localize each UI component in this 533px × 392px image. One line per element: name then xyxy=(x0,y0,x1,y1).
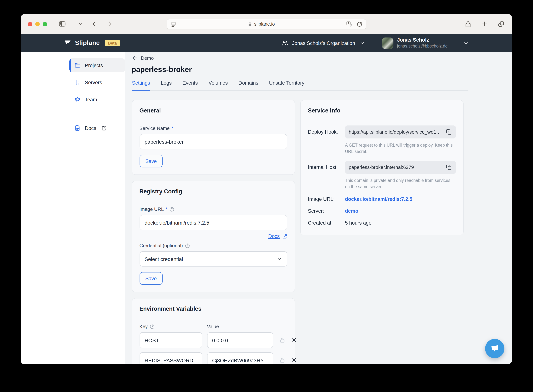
external-link-icon xyxy=(102,125,107,131)
image-url-label: Image URL xyxy=(139,206,164,212)
sidebar-item-servers[interactable]: Servers xyxy=(69,75,125,89)
sidebar: Projects Servers Team xyxy=(64,52,125,364)
deploy-hook-value-pill: https://api.sliplane.io/deploy/service_w… xyxy=(345,126,456,139)
service-name-input[interactable] xyxy=(139,134,287,149)
credential-select-value: Select credential xyxy=(144,256,183,262)
tab-unsafe-territory[interactable]: Unsafe Territory xyxy=(269,80,305,91)
window-minimize-button[interactable] xyxy=(35,22,40,26)
sliplane-logo-icon xyxy=(64,39,72,47)
general-card-title: General xyxy=(139,107,287,119)
lock-icon[interactable] xyxy=(279,357,285,364)
registry-config-card: Registry Config Image URL * xyxy=(132,181,295,292)
back-arrow-icon[interactable] xyxy=(132,55,138,61)
service-name-label: Service Name xyxy=(139,126,170,131)
server-icon xyxy=(74,79,81,86)
credential-label: Credential (optional) xyxy=(139,243,183,248)
reload-button[interactable] xyxy=(356,21,362,27)
env-value-input[interactable] xyxy=(207,352,273,364)
app-header: Sliplane Beta Jonas Scholz's Organizatio… xyxy=(21,34,512,52)
document-icon xyxy=(74,125,81,131)
help-icon[interactable] xyxy=(150,324,155,329)
forward-button[interactable] xyxy=(107,20,114,28)
created-at-label: Created at: xyxy=(308,220,345,225)
back-button[interactable] xyxy=(91,20,98,28)
internal-host-value-pill: paperless-broker.internal:6379 xyxy=(345,161,456,174)
sidebar-item-label: Docs xyxy=(85,125,96,131)
user-menu[interactable]: Jonas Scholz jonas.scholz@bbscholz.de xyxy=(382,37,448,49)
sidebar-item-label: Projects xyxy=(85,63,103,68)
user-chevron-down-icon[interactable] xyxy=(463,40,469,46)
required-marker: * xyxy=(166,206,167,212)
tab-bar: Settings Logs Events Volumes Domains Uns… xyxy=(132,80,468,91)
env-value-input[interactable] xyxy=(207,332,273,348)
help-icon[interactable] xyxy=(169,207,175,212)
internal-host-help: This domain is private and only reachabl… xyxy=(345,178,456,190)
main-content: Demo paperless-broker Settings Logs Even… xyxy=(125,52,468,364)
registry-card-title: Registry Config xyxy=(139,188,287,200)
page-title: paperless-broker xyxy=(132,65,468,74)
service-info-card: Service Info Deploy Hook: https://api.sl… xyxy=(300,100,463,235)
env-key-input[interactable] xyxy=(139,352,202,364)
general-card: General Service Name * Save xyxy=(132,100,295,175)
toolbar-chevron-down-icon[interactable] xyxy=(78,22,83,26)
remove-variable-button[interactable]: ✕ xyxy=(292,337,297,343)
image-url-label: Image URL: xyxy=(308,196,345,202)
copy-icon[interactable] xyxy=(445,164,452,171)
user-name: Jonas Scholz xyxy=(397,37,448,44)
user-email: jonas.scholz@bbscholz.de xyxy=(397,44,448,49)
sidebar-item-label: Servers xyxy=(85,80,102,85)
env-variable-row: ✕ xyxy=(139,332,287,348)
image-url-input[interactable] xyxy=(139,215,287,230)
env-key-input[interactable] xyxy=(139,332,202,348)
sidebar-item-projects[interactable]: Projects xyxy=(69,58,125,72)
sidebar-item-team[interactable]: Team xyxy=(69,93,125,107)
avatar xyxy=(382,37,393,49)
key-column-header: Key xyxy=(139,324,148,329)
docs-link[interactable]: Docs xyxy=(268,233,280,239)
url-bar[interactable]: sliplane.io xyxy=(167,19,366,29)
tls-lock-icon xyxy=(247,22,252,27)
internal-host-value: paperless-broker.internal:6379 xyxy=(349,165,443,170)
external-link-icon xyxy=(282,234,287,239)
tab-settings[interactable]: Settings xyxy=(132,80,151,91)
internal-host-label: Internal Host: xyxy=(308,165,345,170)
environment-variables-card: Environment Variables Key Value xyxy=(132,298,295,364)
tab-domains[interactable]: Domains xyxy=(238,80,259,91)
url-text[interactable]: sliplane.io xyxy=(254,22,275,27)
tabs-overview-button[interactable] xyxy=(497,20,505,28)
brand-name: Sliplane xyxy=(75,39,100,47)
window-zoom-button[interactable] xyxy=(43,22,47,26)
env-card-title: Environment Variables xyxy=(139,305,287,317)
organization-name: Jonas Scholz's Organization xyxy=(292,40,355,46)
image-url-link[interactable]: docker.io/bitnami/redis:7.2.5 xyxy=(345,196,412,202)
copy-icon[interactable] xyxy=(445,129,452,135)
tab-logs[interactable]: Logs xyxy=(161,80,172,91)
reader-icon[interactable] xyxy=(170,21,176,27)
credential-select[interactable]: Select credential xyxy=(139,251,287,266)
team-icon xyxy=(74,96,81,103)
save-button[interactable]: Save xyxy=(139,272,163,285)
sidebar-item-docs[interactable]: Docs xyxy=(69,121,125,135)
deploy-hook-url: https://api.sliplane.io/deploy/service_w… xyxy=(349,129,443,135)
chat-bubble-button[interactable] xyxy=(485,339,505,358)
tab-events[interactable]: Events xyxy=(182,80,198,91)
save-button[interactable]: Save xyxy=(139,155,163,168)
tab-volumes[interactable]: Volumes xyxy=(208,80,228,91)
sidebar-item-label: Team xyxy=(85,97,97,102)
breadcrumb-label[interactable]: Demo xyxy=(141,55,154,61)
org-switcher[interactable]: Jonas Scholz's Organization xyxy=(281,39,365,47)
share-button[interactable] xyxy=(464,20,472,28)
window-close-button[interactable] xyxy=(28,22,32,26)
lock-icon[interactable] xyxy=(279,337,285,343)
chat-icon xyxy=(490,344,500,353)
server-link[interactable]: demo xyxy=(345,208,358,214)
sidebar-toggle-button[interactable] xyxy=(58,20,66,28)
brand[interactable]: Sliplane Beta xyxy=(64,39,120,47)
remove-variable-button[interactable]: ✕ xyxy=(292,357,297,364)
new-tab-button[interactable] xyxy=(481,20,488,28)
deploy-hook-help: A GET request to this URL will trigger a… xyxy=(345,142,456,155)
toolbar-divider xyxy=(72,20,72,28)
translate-icon[interactable] xyxy=(346,21,352,28)
server-label: Server: xyxy=(308,208,345,214)
help-icon[interactable] xyxy=(185,243,190,248)
